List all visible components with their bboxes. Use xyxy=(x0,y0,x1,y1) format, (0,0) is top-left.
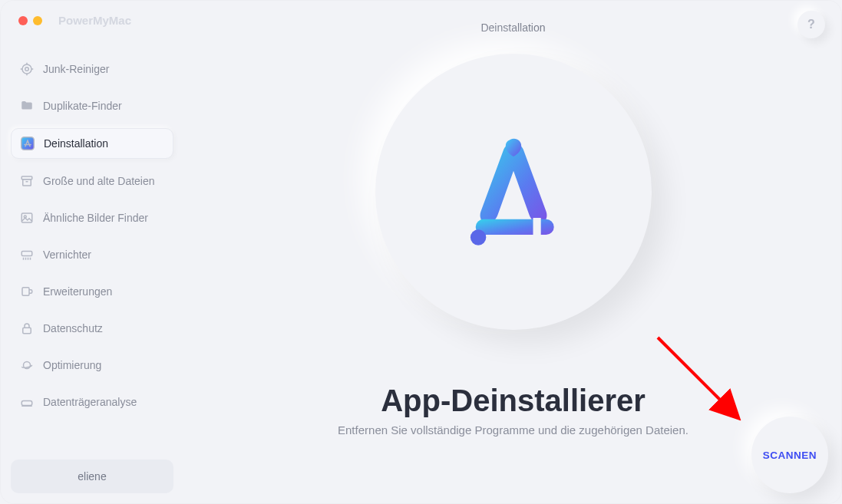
svg-rect-20 xyxy=(21,401,32,406)
target-icon xyxy=(20,62,34,76)
scan-button[interactable]: SCANNEN xyxy=(751,417,828,493)
sidebar-item-label: Optimierung xyxy=(43,359,101,371)
sidebar-item-junk-cleaner[interactable]: Junk-Reiniger xyxy=(11,54,173,84)
main-heading: App-Deinstallierer xyxy=(184,384,842,418)
sidebar-item-extensions[interactable]: Erweiterungen xyxy=(11,277,173,306)
header: Deinstallation ? xyxy=(201,14,825,41)
sidebar-item-label: Ähnliche Bilder Finder xyxy=(43,212,148,224)
svg-rect-8 xyxy=(23,180,31,186)
svg-point-23 xyxy=(470,229,485,245)
sidebar-item-shredder[interactable]: Vernichter xyxy=(11,240,173,269)
planet-icon xyxy=(20,358,34,372)
sidebar-item-label: Erweiterungen xyxy=(43,285,112,298)
hero-icon-circle xyxy=(375,54,652,330)
appstore-icon xyxy=(21,137,35,150)
sidebar-item-label: Datenschutz xyxy=(43,322,103,334)
sidebar-item-duplicate-finder[interactable]: Duplikate-Finder xyxy=(11,91,173,120)
puzzle-icon xyxy=(20,285,34,298)
titlebar: PowerMyMac xyxy=(11,14,173,27)
sidebar-item-privacy[interactable]: Datenschutz xyxy=(11,314,173,343)
sidebar-item-label: Duplikate-Finder xyxy=(43,100,122,112)
nav: Junk-Reiniger Duplikate-Finder Deinstall… xyxy=(11,54,173,460)
image-icon xyxy=(20,211,34,225)
sidebar-item-optimization[interactable]: Optimierung xyxy=(11,351,173,380)
scan-button-label: SCANNEN xyxy=(763,450,817,461)
disk-icon xyxy=(20,395,34,409)
user-account-button[interactable]: eliene xyxy=(11,460,173,493)
svg-rect-6 xyxy=(21,137,35,150)
sidebar-item-uninstall[interactable]: Deinstallation xyxy=(11,128,173,159)
appstore-large-icon xyxy=(448,127,579,257)
sidebar: PowerMyMac Junk-Reiniger Duplikate-Finde… xyxy=(0,0,184,504)
svg-rect-12 xyxy=(21,252,32,256)
sidebar-item-label: Deinstallation xyxy=(44,137,108,150)
main-subtitle: Entfernen Sie vollständige Programme und… xyxy=(184,423,842,436)
svg-rect-17 xyxy=(22,288,29,296)
svg-rect-18 xyxy=(23,328,31,334)
minimize-window-button[interactable] xyxy=(33,16,42,25)
sidebar-item-label: Vernichter xyxy=(43,249,91,261)
page-title: Deinstallation xyxy=(480,21,545,34)
svg-rect-24 xyxy=(533,218,540,238)
sidebar-item-label: Große und alte Dateien xyxy=(43,175,155,187)
main-content: Deinstallation ? xyxy=(184,0,842,504)
svg-rect-22 xyxy=(475,219,553,235)
lock-icon xyxy=(20,321,34,335)
archive-icon xyxy=(20,174,34,188)
sidebar-item-large-old-files[interactable]: Große und alte Dateien xyxy=(11,166,173,196)
sidebar-item-label: Junk-Reiniger xyxy=(43,63,109,75)
svg-point-1 xyxy=(25,68,29,71)
app-window: PowerMyMac Junk-Reiniger Duplikate-Finde… xyxy=(0,0,842,504)
svg-point-0 xyxy=(22,64,31,74)
sidebar-item-label: Datenträgeranalyse xyxy=(43,396,137,408)
sidebar-item-similar-images[interactable]: Ähnliche Bilder Finder xyxy=(11,203,173,232)
app-name: PowerMyMac xyxy=(58,14,131,27)
sidebar-item-disk-analysis[interactable]: Datenträgeranalyse xyxy=(11,387,173,417)
svg-rect-10 xyxy=(21,213,32,222)
shredder-icon xyxy=(20,248,34,262)
help-button[interactable]: ? xyxy=(797,11,825,38)
user-label: eliene xyxy=(78,470,106,483)
help-icon: ? xyxy=(807,18,815,31)
folder-icon xyxy=(20,99,34,113)
close-window-button[interactable] xyxy=(18,16,28,25)
